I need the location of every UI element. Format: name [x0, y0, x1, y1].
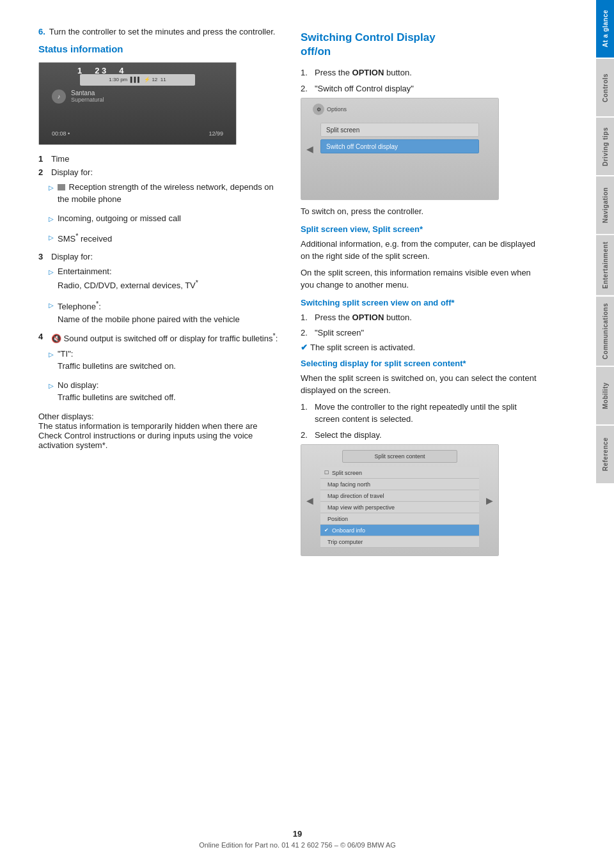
split-activated-text: The split screen is activated. — [310, 343, 415, 352]
nav-arrow-right-2: ▶ — [486, 495, 493, 506]
sidebar-tab-at-a-glance[interactable]: At a glance — [596, 0, 614, 58]
selecting-step-1-num: 1. — [301, 401, 311, 426]
arrow-icon-4: ▷ — [49, 267, 54, 292]
split-menu-list: ☐ Split screen Map facing north Map dire… — [320, 467, 479, 548]
progress-row: 00:08 • 12/99 — [52, 130, 223, 137]
selecting-step-1-text: Move the controller to the right repeate… — [315, 401, 544, 426]
split-activated-row: ✔ The split screen is activated. — [301, 343, 544, 352]
item-1-label: Time — [51, 154, 69, 164]
main-content: 6. Turn the controller to set the minute… — [0, 0, 595, 868]
arrow-icon-2: ▷ — [49, 214, 54, 225]
check-0: ☐ — [324, 470, 329, 476]
menu-item-split-label: Split screen — [326, 127, 359, 134]
item-3-bullet-1: ▷ Entertainment:Radio, CD/DVD, external … — [38, 265, 281, 292]
split-item-label-6: Trip computer — [327, 539, 363, 545]
split-inner: ◀ ▶ Split screen content ☐ Split screen … — [301, 445, 498, 555]
option-bold-1: OPTION — [352, 68, 384, 77]
sidebar-tab-reference[interactable]: Reference — [596, 426, 614, 483]
music-subtitle: Supernatural — [71, 97, 104, 103]
checkmark-icon: ✔ — [301, 343, 308, 352]
status-bar: 1:30 pm ▌▌▌ ⚡ 12 11 — [80, 74, 195, 86]
menu-item-split-screen: Split screen — [320, 123, 479, 137]
nav-arrow-left-2: ◀ — [306, 495, 313, 506]
split-menu-item-1: Map facing north — [320, 479, 479, 490]
other-displays-label: Other displays: — [38, 412, 94, 421]
arrow-icon-1: ▷ — [49, 183, 54, 206]
main-title-line2: off/on — [301, 45, 331, 58]
split-item-label-1: Map facing north — [327, 481, 370, 488]
music-icon: ♪ — [52, 89, 66, 104]
item-2-bullet-2: ▷ Incoming, outgoing or missed call — [38, 212, 281, 225]
split-menu-item-0: ☐ Split screen — [320, 467, 479, 479]
sidebar-tabs: At a glance Controls Driving tips Naviga… — [595, 0, 614, 868]
arrow-icon-7: ▷ — [49, 381, 54, 404]
sidebar-tab-driving-tips[interactable]: Driving tips — [596, 118, 614, 175]
arrow-icon-3: ▷ — [49, 233, 54, 245]
switching-split-step-1: 1. Press the OPTION button. — [301, 311, 544, 324]
status-image-box: 1 2 3 4 1:30 pm ▌▌▌ ⚡ 12 11 ♪ — [38, 62, 237, 145]
item-4-bullet-1: ▷ "TI":Traffic bulletins are switched on… — [38, 348, 281, 373]
tab-label-5: Communications — [602, 303, 609, 359]
screenshot-inner-1: ◀ ⚙ Options Split screen Switch off Cont… — [301, 98, 498, 199]
tab-label-3: Navigation — [602, 187, 609, 223]
option-bold-2: OPTION — [352, 313, 384, 322]
options-icon: ⚙ — [313, 104, 324, 115]
options-text: Options — [327, 106, 347, 112]
tab-label-7: Reference — [602, 437, 609, 471]
other-displays: Other displays: The status information i… — [38, 412, 281, 450]
nav-arrow-left-1: ◀ — [306, 144, 313, 154]
tab-label-4: Entertainment — [602, 242, 609, 289]
signal-icon — [58, 184, 65, 190]
progress-time: 00:08 • — [52, 130, 70, 137]
tab-label-1: Controls — [602, 73, 609, 102]
item-3: 3 Display for: ▷ Entertainment:Radio, CD… — [38, 252, 281, 329]
item-3-bullet-2: ▷ Telephone*:Name of the mobile phone pa… — [38, 298, 281, 325]
track-number: 12/99 — [209, 130, 223, 137]
sidebar-tab-controls[interactable]: Controls — [596, 59, 614, 116]
switching-split-step-2-text: "Split screen" — [315, 327, 364, 339]
split-menu-item-6: Trip computer — [320, 536, 479, 548]
sidebar-tab-entertainment[interactable]: Entertainment — [596, 235, 614, 295]
right-step-2-num: 2. — [301, 82, 311, 95]
split-screen-screenshot: ◀ ▶ Split screen content ☐ Split screen … — [301, 444, 499, 556]
page-number: 19 — [0, 829, 595, 839]
item-4-bullet-2: ▷ No display:Traffic bulletins are switc… — [38, 379, 281, 404]
switching-split-step-2-num: 2. — [301, 327, 311, 339]
sidebar-tab-navigation[interactable]: Navigation — [596, 176, 614, 234]
arrow-icon-6: ▷ — [49, 350, 54, 373]
page-container: 6. Turn the controller to set the minute… — [0, 0, 614, 868]
item-2-bullet-3: ▷ SMS* received — [38, 231, 281, 245]
item-2-num: 2 — [38, 167, 47, 177]
item-3-label: Display for: — [51, 252, 93, 261]
selecting-step-2-text: Select the display. — [315, 429, 382, 442]
menu-item-switch-off: Switch off Control display — [320, 139, 479, 153]
status-section-title: Status information — [38, 43, 281, 54]
switch-on-text: To switch on, press the controller. — [301, 205, 544, 218]
check-5: ✔ — [324, 527, 329, 533]
item-2-bullet-1: ▷ Reception strength of the wireless net… — [38, 181, 281, 206]
music-info: ♪ Santana Supernatural — [52, 89, 104, 104]
main-title-line1: Switching Control Display — [301, 31, 436, 43]
item-1: 1 Time — [38, 154, 281, 164]
split-item-label-4: Position — [327, 516, 348, 522]
sidebar-tab-mobility[interactable]: Mobility — [596, 367, 614, 424]
item-1-num: 1 — [38, 154, 47, 164]
split-item-label-0: Split screen — [332, 470, 362, 476]
switching-split-title: Switching split screen view on and off* — [301, 298, 544, 307]
item-4-num: 4 — [38, 332, 47, 343]
split-item-label-2: Map direction of travel — [327, 493, 384, 499]
item-2-label: Display for: — [51, 167, 93, 177]
step-6-text: Turn the controller to set the minutes a… — [49, 26, 276, 38]
step-6-num: 6. — [38, 26, 45, 38]
status-image-inner: 1 2 3 4 1:30 pm ▌▌▌ ⚡ 12 11 ♪ — [39, 63, 236, 144]
arrow-icon-5: ▷ — [49, 300, 54, 325]
sidebar-tab-communications[interactable]: Communications — [596, 297, 614, 366]
selecting-display-title: Selecting display for split screen conte… — [301, 359, 544, 368]
right-step-2-text: "Switch off Control display" — [315, 82, 414, 95]
music-details: Santana Supernatural — [71, 89, 104, 103]
music-title: Santana — [71, 89, 104, 97]
split-screen-content-title: Split screen content — [342, 450, 457, 463]
split-item-label-3: Map view with perspective — [327, 504, 395, 511]
item-4: 4 🔇 Sound output is switched off or disp… — [38, 332, 281, 406]
switching-split-step-2: 2. "Split screen" — [301, 327, 544, 339]
